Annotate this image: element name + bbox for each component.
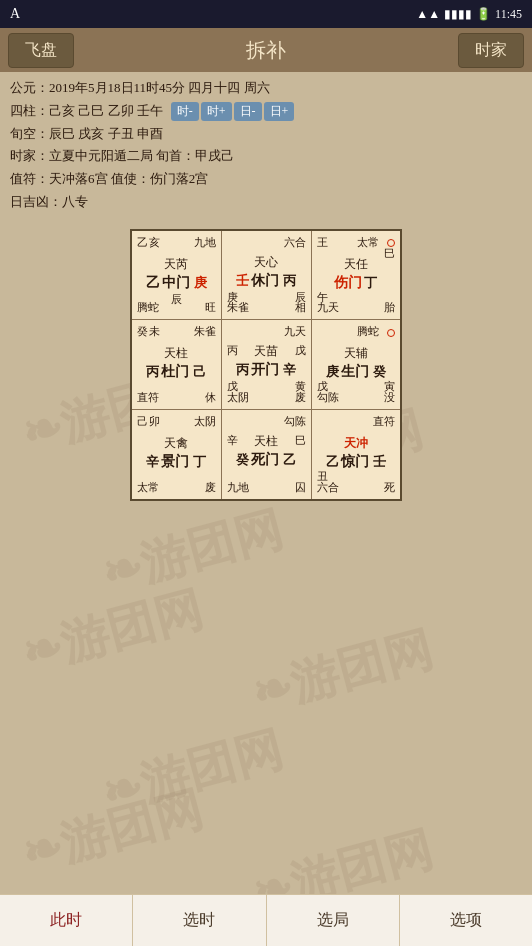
tab-cishi[interactable]: 此时 <box>0 895 133 946</box>
se-left-stem: 乙 <box>326 453 339 471</box>
n-status: 相 <box>295 300 306 315</box>
ne-door-name: 伤门 <box>334 274 362 292</box>
status-bar: A ▲▲ ▮▮▮▮ 🔋 11:45 <box>0 0 532 28</box>
c-gz-tr: 戊 <box>295 343 306 360</box>
e-sky-text: 天辅 <box>344 346 368 360</box>
n-left-stem: 壬 <box>236 272 249 290</box>
e-sky: 天辅 <box>315 345 398 362</box>
info-row-3: 旬空：辰巳 戌亥 子丑 申酉 <box>10 124 522 145</box>
w-tl-gz: 未 <box>149 324 160 339</box>
grid-cell-sw: 己 卯 太阴 天禽 辛 景门 丁 太常 废 <box>131 410 221 500</box>
se-status: 死 <box>384 480 395 495</box>
ne-spirit: 九天 <box>317 300 339 315</box>
top-nav: 飞盘 拆补 时家 <box>0 28 532 72</box>
shi-jia-button[interactable]: 时家 <box>458 33 524 68</box>
grid-cell-w: 癸 未 朱雀 天柱 丙 杜门 己 直符 休 <box>131 320 221 410</box>
ri-plus-btn[interactable]: 日+ <box>264 102 295 121</box>
se-door-name: 惊门 <box>341 453 369 471</box>
c-spirit: 太阴 <box>227 390 249 405</box>
sw-sky-text: 天禽 <box>164 436 188 450</box>
fei-pan-button[interactable]: 飞盘 <box>8 33 74 68</box>
sw-spirit: 太常 <box>137 480 159 495</box>
e-circle <box>387 324 395 339</box>
c-right-stem: 辛 <box>283 361 296 379</box>
shi-plus-btn[interactable]: 时+ <box>201 102 232 121</box>
sw-right-stem: 丁 <box>193 453 206 471</box>
nw-right-stem: 庚 <box>194 274 207 292</box>
c-left-stem: 丙 <box>236 361 249 379</box>
nw-gz-right: 辰 <box>171 292 182 307</box>
s-gz-tl: 辛 <box>227 433 238 450</box>
sw-sky: 天禽 <box>135 435 218 452</box>
n-sky-text: 天心 <box>254 255 278 269</box>
info-row-2: 四柱：己亥 己巳 乙卯 壬午 时- 时+ 日- 日+ <box>10 101 522 122</box>
sw-door-name: 景门 <box>161 453 189 471</box>
grid-cell-n: 六合 天心 壬 休门 丙 庚 辰 朱雀 <box>221 230 311 320</box>
signal-icon: ▮▮▮▮ <box>444 7 472 22</box>
ne-tl-stem: 王 <box>317 235 328 250</box>
s-left-stem: 癸 <box>236 451 249 469</box>
zhi-fu-info: 值符：天冲落6宫 值使：伤门落2宫 <box>10 169 208 190</box>
se-spirit: 六合 <box>317 480 339 495</box>
tab-xuanshi-label: 选时 <box>183 910 215 931</box>
grid-cell-se: 直符 天冲 乙 惊门 壬 丑 六合 死 <box>311 410 401 500</box>
sizhu-label: 四柱：己亥 己巳 乙卯 壬午 <box>10 101 163 122</box>
sw-left-stem: 辛 <box>146 453 159 471</box>
sw-spirit-name: 太阴 <box>194 414 216 429</box>
c-status: 废 <box>295 390 306 405</box>
ri-minus-btn[interactable]: 日- <box>234 102 262 121</box>
s-sky-text: 天柱 <box>254 433 278 450</box>
grid-row-mid: 癸 未 朱雀 天柱 丙 杜门 己 直符 休 <box>131 320 401 410</box>
tab-xuanxiang[interactable]: 选项 <box>400 895 532 946</box>
nw-tl-gz: 亥 <box>149 235 160 250</box>
sw-door-row: 辛 景门 丁 <box>135 453 218 471</box>
ne-sky-text: 天任 <box>344 257 368 271</box>
watermark-7: ❧游团网 <box>15 777 209 886</box>
nw-door-name: 中门 <box>162 274 190 292</box>
chai-bu-button[interactable]: 拆补 <box>230 31 302 70</box>
tab-xuanju[interactable]: 选局 <box>267 895 400 946</box>
e-spirit: 勾陈 <box>317 390 339 405</box>
e-status: 没 <box>384 390 395 405</box>
info-row-5: 值符：天冲落6宫 值使：伤门落2宫 <box>10 169 522 190</box>
tab-xuanshi[interactable]: 选时 <box>133 895 266 946</box>
ne-right-stem: 丁 <box>364 274 377 292</box>
c-gz-top-row: 丙 天苗 戊 <box>227 343 306 360</box>
info-row-4: 时家：立夏中元阳遁二局 旬首：甲戌己 <box>10 146 522 167</box>
grid-row-bottom: 己 卯 太阴 天禽 辛 景门 丁 太常 废 <box>131 410 401 500</box>
shi-minus-btn[interactable]: 时- <box>171 102 199 121</box>
grid-cell-center: 九天 丙 天苗 戊 丙 开门 辛 戊 黄 <box>221 320 311 410</box>
w-spirit: 直符 <box>137 390 159 405</box>
w-spirit-name: 朱雀 <box>194 324 216 339</box>
tab-xuanju-label: 选局 <box>317 910 349 931</box>
sw-tl-gz: 卯 <box>149 414 160 429</box>
n-door-row: 壬 休门 丙 <box>225 272 308 290</box>
s-spirit: 九地 <box>227 480 249 495</box>
grid-cell-ne: 王 太常 巳 天任 伤门 丁 午 九天 胎 <box>311 230 401 320</box>
watermark-5: ❧游团网 <box>245 617 439 726</box>
sw-tl-stem: 己 <box>137 414 148 429</box>
grid-row-top: 乙 亥 九地 天芮 乙 中门 庚 辰 <box>131 230 401 320</box>
nw-sky: 天芮 <box>135 256 218 273</box>
date-info: 公元：2019年5月18日11时45分 四月十四 周六 <box>10 78 270 99</box>
tab-xuanxiang-label: 选项 <box>450 910 482 931</box>
se-spirit-name: 直符 <box>373 414 395 429</box>
s-door-row: 癸 死门 乙 <box>225 451 308 469</box>
n-spirit-name: 六合 <box>284 235 306 250</box>
info-row-6: 日吉凶：八专 <box>10 192 522 213</box>
c-door-row: 丙 开门 辛 <box>225 361 308 379</box>
n-sky: 天心 <box>225 254 308 271</box>
s-top-row: 辛 天柱 巳 <box>227 433 306 450</box>
s-gz-tr: 巳 <box>295 433 306 450</box>
nw-sky-text: 天芮 <box>164 257 188 271</box>
c-door-name: 开门 <box>251 361 279 379</box>
info-area: 公元：2019年5月18日11时45分 四月十四 周六 四柱：己亥 己巳 乙卯 … <box>0 72 532 221</box>
c-spirit-name: 九天 <box>284 324 306 339</box>
nw-door-stem: 乙 <box>146 274 160 292</box>
se-sky-text: 天冲 <box>344 436 368 450</box>
w-tl-stem: 癸 <box>137 324 148 339</box>
w-sky: 天柱 <box>135 345 218 362</box>
s-door-name: 死门 <box>251 451 279 469</box>
main-grid-area: 乙 亥 九地 天芮 乙 中门 庚 辰 <box>0 221 532 509</box>
ji-xiong: 日吉凶：八专 <box>10 192 88 213</box>
